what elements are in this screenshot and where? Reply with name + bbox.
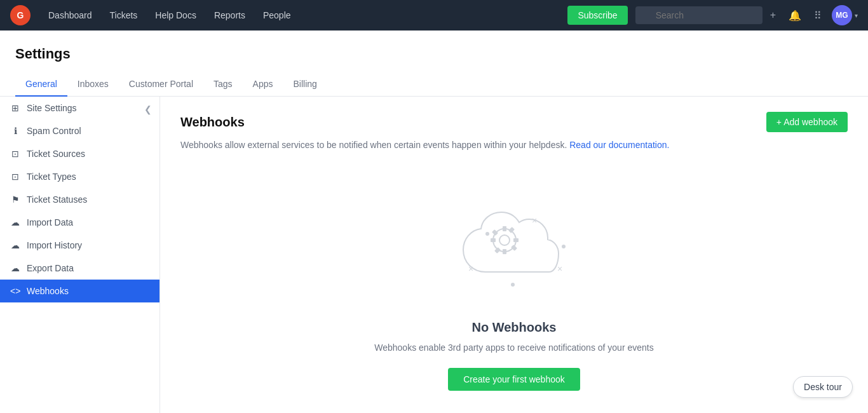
sidebar: ❮ ⊞ Site Settings ℹ Spam Control ⊡ Ticke… bbox=[0, 97, 160, 413]
svg-rect-14 bbox=[511, 245, 517, 251]
nav-dashboard[interactable]: Dashboard bbox=[41, 6, 100, 24]
empty-title: No Webhooks bbox=[472, 320, 557, 335]
add-webhook-button[interactable]: + Add webhook bbox=[766, 112, 848, 132]
sidebar-label-import-history: Import History bbox=[27, 240, 82, 250]
grid-icon[interactable]: ⠿ bbox=[809, 6, 827, 25]
section-title: Webhooks bbox=[180, 115, 245, 130]
ticket-sources-icon: ⊡ bbox=[10, 149, 20, 159]
tab-billing[interactable]: Billing bbox=[283, 72, 327, 97]
svg-rect-10 bbox=[513, 238, 519, 242]
tab-tags[interactable]: Tags bbox=[203, 72, 243, 97]
svg-rect-11 bbox=[491, 238, 496, 242]
sidebar-item-ticket-sources[interactable]: ⊡ Ticket Sources bbox=[0, 142, 159, 165]
sidebar-label-webhooks: Webhooks bbox=[27, 286, 69, 296]
app-logo: G bbox=[10, 5, 31, 25]
tab-inboxes[interactable]: Inboxes bbox=[67, 72, 119, 97]
main-content: Webhooks + Add webhook Webhooks allow ex… bbox=[160, 97, 868, 413]
search-wrapper: 🔍 bbox=[635, 6, 763, 24]
page-title: Settings bbox=[15, 46, 853, 62]
search-input[interactable] bbox=[635, 6, 763, 24]
sidebar-item-export-data[interactable]: ☁ Export Data bbox=[0, 257, 159, 280]
avatar-caret-icon[interactable]: ▾ bbox=[855, 12, 858, 19]
cloud-illustration: × × × bbox=[451, 191, 578, 305]
create-webhook-button[interactable]: Create your first webhook bbox=[448, 368, 580, 391]
svg-point-5 bbox=[511, 283, 515, 287]
empty-state: × × × bbox=[180, 165, 848, 413]
tab-apps[interactable]: Apps bbox=[243, 72, 283, 97]
page-header: Settings General Inboxes Customer Portal… bbox=[0, 30, 868, 97]
add-icon[interactable]: + bbox=[765, 6, 781, 25]
main-content-header: Webhooks + Add webhook bbox=[180, 112, 848, 132]
sidebar-item-import-data[interactable]: ☁ Import Data bbox=[0, 211, 159, 234]
sidebar-item-spam-control[interactable]: ℹ Spam Control bbox=[0, 119, 159, 142]
description-text: Webhooks allow external services to be n… bbox=[180, 140, 848, 150]
sidebar-collapse-button[interactable]: ❮ bbox=[144, 104, 152, 114]
svg-point-3 bbox=[485, 232, 489, 236]
sidebar-item-site-settings[interactable]: ⊞ Site Settings bbox=[0, 97, 159, 119]
tab-general[interactable]: General bbox=[15, 72, 67, 97]
sidebar-item-webhooks[interactable]: <> Webhooks bbox=[0, 280, 159, 302]
svg-rect-9 bbox=[503, 249, 506, 254]
sidebar-item-ticket-types[interactable]: ⊡ Ticket Types bbox=[0, 165, 159, 188]
sidebar-label-spam-control: Spam Control bbox=[27, 126, 81, 136]
top-navigation: G Dashboard Tickets Help Docs Reports Pe… bbox=[0, 0, 868, 30]
nav-tickets[interactable]: Tickets bbox=[102, 6, 146, 24]
svg-rect-8 bbox=[503, 226, 506, 231]
svg-text:×: × bbox=[557, 264, 562, 274]
svg-point-7 bbox=[499, 235, 510, 245]
nav-help-docs[interactable]: Help Docs bbox=[147, 6, 204, 24]
svg-rect-15 bbox=[492, 229, 498, 236]
sidebar-label-import-data: Import Data bbox=[27, 217, 73, 227]
empty-description: Webhooks enable 3rd party apps to receiv… bbox=[374, 342, 653, 353]
sidebar-label-ticket-sources: Ticket Sources bbox=[27, 149, 85, 159]
import-data-icon: ☁ bbox=[10, 217, 20, 227]
desk-tour-button[interactable]: Desk tour bbox=[793, 376, 853, 398]
svg-rect-12 bbox=[508, 227, 515, 233]
nav-people[interactable]: People bbox=[255, 6, 299, 24]
documentation-link[interactable]: Read our documentation. bbox=[569, 140, 669, 150]
sidebar-item-import-history[interactable]: ☁ Import History bbox=[0, 234, 159, 257]
svg-rect-13 bbox=[494, 247, 501, 254]
notifications-icon[interactable]: 🔔 bbox=[783, 6, 806, 25]
settings-tabs: General Inboxes Customer Portal Tags App… bbox=[15, 72, 853, 96]
spam-control-icon: ℹ bbox=[10, 126, 20, 136]
site-settings-icon: ⊞ bbox=[10, 103, 20, 113]
sidebar-label-ticket-statuses: Ticket Statuses bbox=[27, 194, 87, 205]
sidebar-item-ticket-statuses[interactable]: ⚑ Ticket Statuses bbox=[0, 188, 159, 211]
ticket-types-icon: ⊡ bbox=[10, 172, 20, 182]
webhooks-icon: <> bbox=[10, 286, 20, 296]
content-area: ❮ ⊞ Site Settings ℹ Spam Control ⊡ Ticke… bbox=[0, 97, 868, 413]
sidebar-label-site-settings: Site Settings bbox=[27, 103, 77, 113]
sidebar-label-ticket-types: Ticket Types bbox=[27, 172, 76, 182]
subscribe-button[interactable]: Subscribe bbox=[567, 6, 627, 25]
sidebar-label-export-data: Export Data bbox=[27, 263, 74, 273]
tab-customer-portal[interactable]: Customer Portal bbox=[119, 72, 203, 97]
nav-reports[interactable]: Reports bbox=[207, 6, 253, 24]
svg-point-4 bbox=[562, 245, 566, 248]
export-data-icon: ☁ bbox=[10, 263, 20, 273]
ticket-statuses-icon: ⚑ bbox=[10, 194, 20, 205]
avatar[interactable]: MG bbox=[832, 5, 852, 25]
import-history-icon: ☁ bbox=[10, 240, 20, 250]
